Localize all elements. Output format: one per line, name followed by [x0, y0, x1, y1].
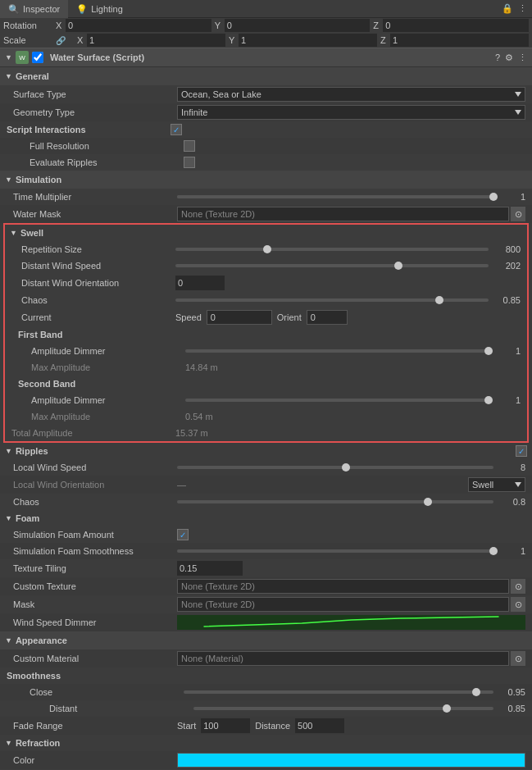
scale-y-input[interactable]	[239, 34, 377, 47]
repetition-size-slider[interactable]	[175, 248, 489, 251]
swell-box: ▼ Swell Repetition Size 800 Distant Wind…	[3, 223, 529, 443]
distant-wind-speed-slider[interactable]	[175, 264, 489, 267]
rotation-x-input[interactable]	[66, 19, 211, 32]
second-amplitude-dimmer-slider[interactable]	[185, 399, 489, 402]
color-picker[interactable]	[177, 753, 525, 768]
time-multiplier-slider[interactable]	[177, 195, 493, 198]
local-wind-orientation-arrow	[515, 482, 521, 487]
water-mask-field: None (Texture 2D) ⊙	[177, 207, 525, 221]
geometry-type-dropdown[interactable]: Infinite	[177, 105, 525, 120]
close-thumb	[472, 688, 480, 696]
max-amplitude-label: Max Amplitude	[21, 362, 185, 372]
tab-inspector-label: Inspector	[23, 0, 60, 18]
ripples-enabled-checkbox[interactable]	[516, 445, 527, 457]
general-section-header[interactable]: ▼ General	[0, 67, 532, 85]
chaos-slider[interactable]	[175, 298, 489, 302]
rotation-z-input[interactable]	[383, 19, 529, 32]
scale-y-label: Y	[229, 35, 237, 45]
fade-range-start-label: Start	[177, 721, 196, 731]
sim-foam-smoothness-slider[interactable]	[177, 549, 493, 553]
ripples-chaos-slider[interactable]	[177, 500, 493, 503]
distant-wind-orientation-row: Distant Wind Orientation	[5, 274, 527, 292]
rotation-x-label: X	[56, 21, 64, 30]
script-interactions-checkbox[interactable]	[171, 124, 182, 135]
first-amplitude-dimmer-value: 1	[185, 346, 521, 356]
sim-foam-amount-checkbox[interactable]	[177, 529, 189, 540]
full-resolution-row: Full Resolution	[0, 138, 532, 154]
second-band-label: Second Band	[11, 379, 75, 389]
mask-pick-btn[interactable]: ⊙	[511, 597, 525, 612]
fade-range-row: Fade Range Start Distance	[0, 717, 532, 735]
mask-label: Mask	[13, 599, 177, 609]
texture-tiling-row: Texture Tiling	[0, 559, 532, 577]
current-orient-input[interactable]	[307, 310, 348, 325]
full-resolution-checkbox[interactable]	[184, 140, 195, 152]
swell-section-header[interactable]: ▼ Swell	[5, 225, 527, 241]
second-amplitude-dimmer-thumb	[484, 396, 493, 404]
distant-thumb	[443, 704, 451, 713]
component-enabled-checkbox[interactable]	[32, 52, 43, 63]
fade-range-start-input[interactable]	[201, 718, 250, 733]
water-mask-pick-btn[interactable]: ⊙	[511, 207, 525, 221]
evaluate-ripples-checkbox[interactable]	[184, 157, 195, 168]
settings-icon[interactable]: ⚙	[505, 52, 513, 63]
wind-speed-dimmer-row: Wind Speed Dimmer	[0, 613, 532, 631]
max-amplitude-value: 14.84 m	[185, 362, 218, 372]
custom-texture-pick-btn[interactable]: ⊙	[511, 579, 525, 594]
swell-section-label: Swell	[20, 228, 43, 238]
local-wind-orientation-value: — Swell	[177, 477, 525, 492]
rotation-y-input[interactable]	[225, 19, 371, 32]
local-wind-orientation-dropdown[interactable]: Swell	[468, 477, 525, 492]
texture-tiling-input[interactable]	[177, 561, 243, 576]
geometry-type-label: Geometry Type	[13, 107, 177, 117]
geometry-type-row: Geometry Type Infinite	[0, 103, 532, 121]
wind-speed-dimmer-value[interactable]	[177, 615, 525, 630]
sim-foam-smoothness-row: Simulation Foam Smoothness 1	[0, 543, 532, 559]
chaos-row: Chaos 0.85	[5, 292, 527, 308]
first-amplitude-dimmer-number: 1	[492, 346, 521, 356]
scale-x-input[interactable]	[87, 34, 225, 47]
menu-icon[interactable]: ⋮	[518, 52, 527, 63]
local-wind-speed-slider[interactable]	[177, 466, 493, 469]
local-wind-orientation-dash: —	[177, 480, 465, 490]
local-wind-speed-label: Local Wind Speed	[13, 462, 177, 472]
distant-row: Distant 0.85	[0, 700, 532, 717]
distant-wind-orientation-input[interactable]	[175, 276, 225, 290]
appearance-section-header[interactable]: ▼ Appearance	[0, 631, 532, 649]
more-icon[interactable]: ⋮	[518, 3, 527, 14]
close-slider[interactable]	[184, 690, 493, 694]
component-foldout-icon[interactable]: ▼	[5, 53, 12, 62]
tab-inspector[interactable]: 🔍 Inspector	[0, 0, 68, 18]
simulation-section-header[interactable]: ▼ Simulation	[0, 171, 532, 189]
current-label: Current	[11, 312, 175, 322]
texture-tiling-label: Texture Tiling	[13, 563, 177, 573]
repetition-size-label: Repetition Size	[11, 244, 175, 254]
fade-range-distance-input[interactable]	[295, 718, 344, 733]
second-band-row: Second Band	[5, 376, 527, 392]
ripples-foldout-icon: ▼	[5, 447, 12, 455]
full-resolution-label: Full Resolution	[20, 141, 184, 151]
distant-wind-speed-number: 202	[492, 261, 521, 271]
refraction-foldout-icon: ▼	[5, 739, 12, 747]
current-speed-input[interactable]	[207, 310, 272, 325]
current-row: Current Speed Orient	[5, 308, 527, 326]
time-multiplier-label: Time Multiplier	[13, 192, 177, 202]
time-multiplier-row: Time Multiplier 1	[0, 189, 532, 205]
lock-icon[interactable]: 🔒	[502, 3, 513, 14]
tab-lighting[interactable]: 💡 Lighting	[68, 0, 131, 18]
first-amplitude-dimmer-slider[interactable]	[185, 349, 489, 353]
total-amplitude-row: Total Amplitude 15.37 m	[5, 425, 527, 441]
max-amplitude-row: Max Amplitude 14.84 m	[5, 359, 527, 376]
help-icon[interactable]: ?	[495, 52, 500, 62]
second-amplitude-dimmer-number: 1	[492, 395, 521, 405]
general-foldout-icon: ▼	[5, 72, 12, 80]
texture-tiling-value	[177, 561, 525, 576]
sim-foam-smoothness-value: 1	[177, 546, 525, 556]
surface-type-dropdown[interactable]: Ocean, Sea or Lake	[177, 87, 525, 102]
custom-material-pick-btn[interactable]: ⊙	[511, 651, 525, 666]
distant-slider[interactable]	[193, 707, 493, 710]
scale-z-input[interactable]	[390, 34, 529, 47]
first-band-label: First Band	[11, 330, 62, 339]
total-amplitude-label: Total Amplitude	[11, 428, 175, 438]
chaos-number: 0.85	[492, 295, 521, 305]
